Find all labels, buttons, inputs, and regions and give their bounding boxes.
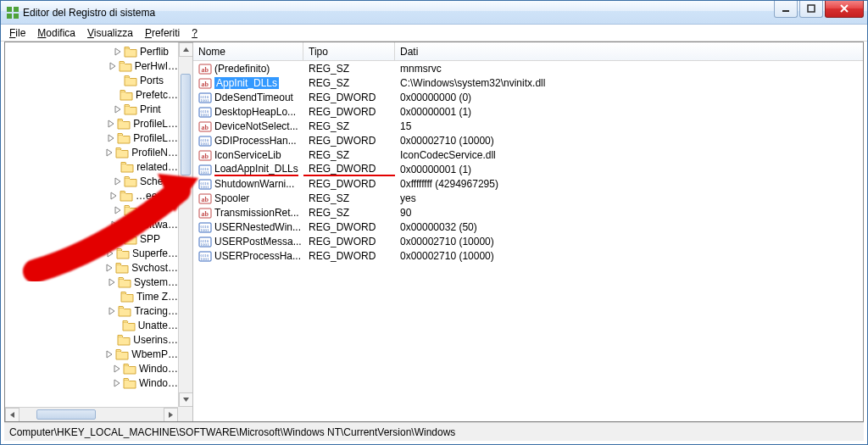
scroll-down-icon[interactable] — [179, 392, 193, 407]
vscroll-thumb[interactable] — [181, 74, 191, 175]
tree-item[interactable]: related… — [5, 159, 178, 174]
col-type[interactable]: Tipo — [303, 42, 395, 60]
tree-expander-icon[interactable] — [107, 134, 115, 142]
tree-item[interactable]: setup — [5, 203, 178, 217]
folder-icon — [118, 305, 131, 317]
close-button[interactable] — [825, 1, 864, 18]
tree-item[interactable]: ProfileL… — [5, 116, 178, 131]
cell-type: REG_SZ — [303, 120, 395, 132]
tree-expander-icon[interactable] — [105, 148, 114, 157]
tree-item[interactable]: SPP — [5, 231, 178, 246]
list-row[interactable]: USERProcessHa...REG_DWORD0x00002710 (100… — [193, 248, 863, 263]
tree-item[interactable]: Userins… — [5, 332, 178, 347]
scroll-right-icon[interactable] — [164, 408, 178, 421]
list-row[interactable]: ShutdownWarni...REG_DWORD0xffffffff (429… — [193, 176, 863, 191]
menu-visualizza[interactable]: Visualizza — [82, 25, 138, 41]
tree-expander-icon[interactable] — [108, 307, 116, 315]
tree-expander-icon[interactable] — [114, 177, 122, 186]
tree-item[interactable]: System… — [5, 275, 178, 289]
list-row[interactable]: LoadAppInit_DLLsREG_DWORD0x00000001 (1) — [193, 162, 863, 176]
menu-file[interactable]: File — [4, 25, 31, 41]
scroll-up-icon[interactable] — [179, 42, 193, 57]
tree-item[interactable]: Windo… — [5, 375, 178, 390]
tree-item[interactable]: Unatte… — [5, 318, 178, 332]
tree-expander-icon[interactable] — [112, 321, 120, 330]
menu-modifica[interactable]: Modifica — [32, 25, 81, 41]
tree-expander-icon[interactable] — [107, 120, 115, 128]
tree-item[interactable]: Tracing… — [5, 303, 178, 318]
tree-expander-icon[interactable] — [109, 91, 118, 99]
col-name[interactable]: Nome — [193, 42, 303, 60]
list-row[interactable]: AppInit_DLLsREG_SZC:\Windows\system32\nv… — [193, 75, 863, 90]
tree-expander-icon[interactable] — [114, 76, 122, 85]
cell-data: 0xffffffff (4294967295) — [395, 178, 863, 190]
tree-expander-icon[interactable] — [106, 249, 114, 258]
col-data[interactable]: Dati — [395, 42, 863, 60]
tree-expander-icon[interactable] — [113, 379, 121, 387]
cell-type: REG_DWORD — [303, 221, 395, 233]
cell-data: 0x00000001 (1) — [395, 106, 863, 118]
tree-expander-icon[interactable] — [114, 235, 122, 243]
cell-name: DesktopHeapLo... — [193, 105, 303, 119]
tree-item[interactable]: PerHwI… — [5, 58, 178, 73]
string-value-icon — [198, 206, 212, 220]
list-row[interactable]: SpoolerREG_SZyes — [193, 191, 863, 205]
tree-expander-icon[interactable] — [108, 336, 115, 344]
folder-icon — [124, 75, 137, 86]
tree-item[interactable]: Prefetc… — [5, 87, 178, 102]
folder-icon — [120, 89, 133, 101]
hscroll-thumb[interactable] — [36, 409, 96, 420]
tree-item[interactable]: …eedit… — [5, 188, 178, 203]
registry-editor-window: Editor del Registro di sistema File Modi… — [0, 0, 868, 445]
scroll-left-icon[interactable] — [5, 408, 19, 421]
folder-icon — [117, 132, 131, 144]
tree-item[interactable]: Superfe… — [5, 246, 178, 260]
tree-item-label: Print — [140, 103, 161, 115]
menu-help[interactable]: ? — [186, 25, 203, 41]
tree-expander-icon[interactable] — [109, 192, 118, 200]
tree-item[interactable]: Print — [5, 102, 178, 116]
minimize-button[interactable] — [774, 1, 798, 18]
tree-item[interactable]: Sche… — [5, 174, 178, 188]
list-row[interactable]: USERNestedWin...REG_DWORD0x00000032 (50) — [193, 220, 863, 234]
list-row[interactable]: DesktopHeapLo...REG_DWORD0x00000001 (1) — [193, 104, 863, 119]
tree-expander-icon[interactable] — [105, 264, 114, 272]
tree-hscrollbar[interactable] — [5, 407, 178, 421]
list-row[interactable]: USERPostMessa...REG_DWORD0x00002710 (100… — [193, 234, 863, 248]
list-row[interactable]: (Predefinito)REG_SZmnmsrvc — [193, 61, 863, 75]
list-row[interactable]: DeviceNotSelect...REG_SZ15 — [193, 119, 863, 133]
tree-item[interactable]: Ports — [5, 73, 178, 87]
value-name: Spooler — [214, 192, 249, 204]
folder-icon — [120, 161, 134, 173]
cell-data: 15 — [395, 120, 863, 132]
tree-expander-icon[interactable] — [108, 278, 116, 286]
tree-item[interactable]: WbemP… — [5, 347, 178, 361]
tree-expander-icon[interactable] — [114, 206, 122, 214]
menu-preferiti[interactable]: Preferiti — [140, 25, 185, 41]
status-path: Computer\HKEY_LOCAL_MACHINE\SOFTWARE\Mic… — [9, 426, 455, 438]
list-row[interactable]: TransmissionRet...REG_SZ90 — [193, 205, 863, 220]
tree-expander-icon[interactable] — [114, 47, 122, 56]
tree-item[interactable]: ProfileL… — [5, 131, 178, 145]
maximize-button[interactable] — [799, 1, 823, 18]
tree-expander-icon[interactable] — [108, 62, 117, 70]
tree-item[interactable]: ProfileN… — [5, 145, 178, 159]
tree-item[interactable]: Windo… — [5, 361, 178, 375]
list-body[interactable]: (Predefinito)REG_SZmnmsrvcAppInit_DLLsRE… — [193, 61, 863, 421]
tree-scroll[interactable]: PerflibPerHwI…PortsPrefetc…PrintProfileL… — [5, 42, 178, 407]
titlebar[interactable]: Editor del Registro di sistema — [1, 1, 867, 25]
list-row[interactable]: GDIProcessHan...REG_DWORD0x00002710 (100… — [193, 133, 863, 147]
tree-item[interactable]: Svchost… — [5, 260, 178, 275]
tree-expander-icon[interactable] — [114, 105, 122, 114]
tree-item[interactable]: Perflib — [5, 44, 178, 58]
list-row[interactable]: IconServiceLibREG_SZIconCodecService.dll — [193, 147, 863, 162]
tree-expander-icon[interactable] — [110, 220, 119, 229]
tree-item[interactable]: Time Z… — [5, 289, 178, 303]
tree-item[interactable]: Softwa… — [5, 217, 178, 231]
list-row[interactable]: DdeSendTimeoutREG_DWORD0x00000000 (0) — [193, 90, 863, 104]
tree-expander-icon[interactable] — [110, 292, 119, 301]
tree-vscrollbar[interactable] — [178, 42, 192, 407]
tree-expander-icon[interactable] — [111, 163, 120, 171]
tree-expander-icon[interactable] — [105, 350, 114, 359]
tree-expander-icon[interactable] — [113, 364, 121, 373]
